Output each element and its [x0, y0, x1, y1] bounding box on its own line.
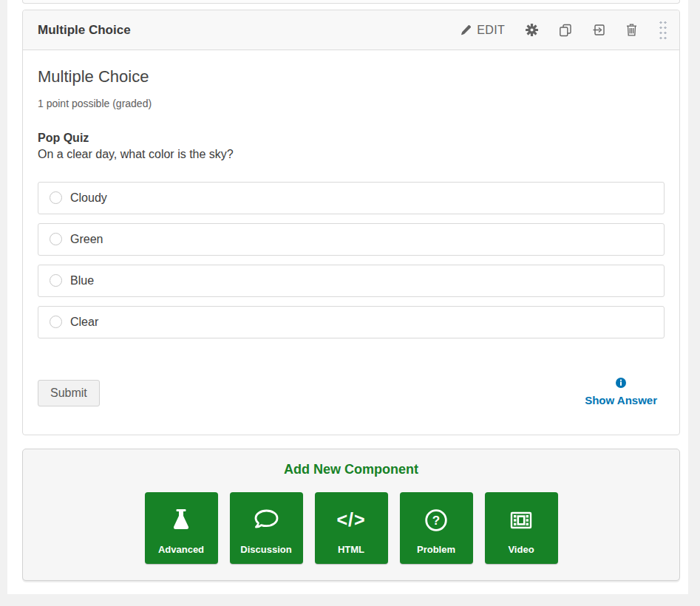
add-html-button[interactable]: </> HTML — [315, 492, 388, 564]
radio-button[interactable] — [50, 233, 62, 245]
code-icon: </> — [336, 492, 365, 544]
add-advanced-button[interactable]: Advanced — [145, 492, 218, 564]
add-button-label: HTML — [338, 544, 364, 564]
add-new-component-title: Add New Component — [23, 462, 679, 477]
add-new-component-panel: Add New Component Advanced — [22, 449, 680, 581]
duplicate-button[interactable] — [559, 24, 572, 37]
option-label: Green — [70, 233, 103, 246]
edit-button-label: EDIT — [477, 24, 505, 37]
component-title: Multiple Choice — [38, 23, 131, 38]
add-problem-button[interactable]: ? Problem — [400, 492, 473, 564]
add-button-label: Problem — [417, 544, 455, 564]
previous-component-edge — [22, 0, 680, 4]
show-answer-link[interactable]: Show Answer — [585, 378, 657, 406]
question-title: Pop Quiz — [38, 132, 665, 145]
component-header: Multiple Choice EDIT — [23, 10, 679, 50]
add-discussion-button[interactable]: Discussion — [230, 492, 303, 564]
radio-button[interactable] — [50, 316, 62, 328]
option-label: Cloudy — [70, 191, 107, 205]
add-component-buttons: Advanced Discussion </> HTML — [23, 492, 679, 564]
problem-heading: Multiple Choice — [38, 67, 665, 87]
drag-handle-icon[interactable] — [658, 18, 667, 42]
move-icon — [593, 24, 605, 36]
answer-option-blue[interactable]: Blue — [38, 265, 665, 297]
question-text: On a clear day, what color is the sky? — [38, 148, 665, 161]
info-icon — [616, 378, 626, 391]
add-button-label: Video — [508, 544, 534, 564]
answer-option-green[interactable]: Green — [38, 223, 665, 256]
option-label: Clear — [70, 316, 98, 329]
film-icon — [508, 492, 534, 544]
component-actions: EDIT — [460, 18, 667, 42]
answer-option-clear[interactable]: Clear — [38, 306, 665, 338]
duplicate-icon — [559, 24, 572, 37]
speech-bubble-icon — [252, 492, 280, 544]
option-label: Blue — [70, 274, 94, 287]
radio-button[interactable] — [50, 274, 62, 287]
answer-options: Cloudy Green Blue Clear — [38, 182, 665, 338]
pencil-icon — [460, 24, 472, 36]
problem-body: Multiple Choice 1 point possible (graded… — [23, 50, 679, 435]
radio-button[interactable] — [50, 191, 62, 204]
component-card: Multiple Choice EDIT — [22, 10, 680, 435]
delete-button[interactable] — [626, 24, 637, 36]
points-possible-text: 1 point possible (graded) — [38, 98, 665, 109]
gear-icon — [526, 24, 538, 36]
svg-text:?: ? — [432, 514, 440, 528]
edit-button[interactable]: EDIT — [460, 24, 505, 37]
add-video-button[interactable]: Video — [485, 492, 558, 564]
flask-icon — [168, 492, 194, 544]
show-answer-label: Show Answer — [585, 394, 657, 406]
answer-option-cloudy[interactable]: Cloudy — [38, 182, 665, 214]
add-button-label: Discussion — [240, 544, 291, 564]
page-content: Multiple Choice EDIT — [7, 0, 688, 594]
add-button-label: Advanced — [158, 544, 204, 564]
submit-row: Submit Show Answer — [38, 378, 665, 406]
question-circle-icon: ? — [423, 492, 449, 544]
move-button[interactable] — [593, 24, 605, 36]
settings-button[interactable] — [526, 24, 538, 36]
submit-button[interactable]: Submit — [38, 380, 100, 406]
trash-icon — [626, 24, 637, 36]
